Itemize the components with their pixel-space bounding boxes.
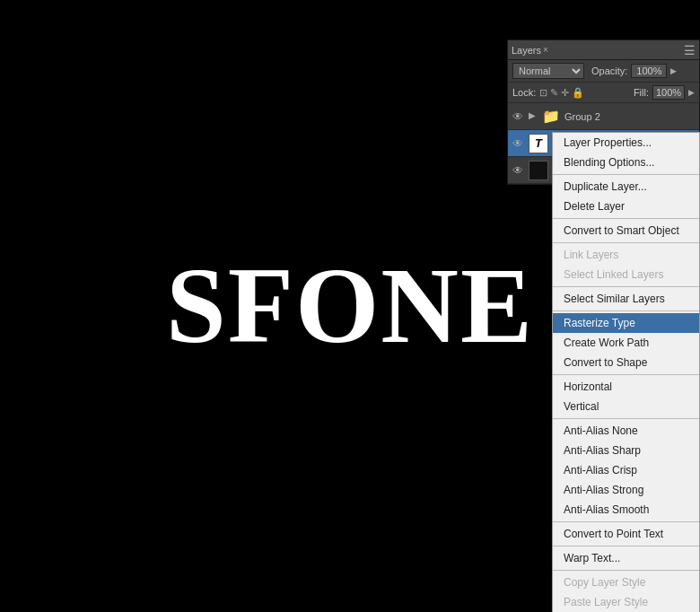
visibility-icon-black[interactable]: 👁 [512,164,525,177]
ctx-warp-text[interactable]: Warp Text... [553,548,699,568]
layer-item-group2[interactable]: 👁 ▶ 📁 Group 2 [508,103,699,130]
opacity-input[interactable] [631,64,667,78]
ctx-anti-alias-sharp[interactable]: Anti-Alias Sharp [553,441,699,460]
panel-tab: Layers × [512,45,548,56]
ctx-separator-1 [553,174,699,175]
ctx-anti-alias-none[interactable]: Anti-Alias None [553,421,699,441]
visibility-icon-group2[interactable]: 👁 [512,110,525,123]
ctx-duplicate-layer[interactable]: Duplicate Layer... [553,177,699,197]
folder-icon: 📁 [542,108,560,125]
ctx-anti-alias-crisp[interactable]: Anti-Alias Crisp [553,460,699,480]
lock-icons: ⊡ ✎ ✛ 🔒 [539,87,584,99]
ctx-rasterize-type[interactable]: Rasterize Type [553,313,699,333]
lock-transparent-icon[interactable]: ⊡ [539,87,547,99]
lock-row: Lock: ⊡ ✎ ✛ 🔒 Fill: ▶ [508,83,699,103]
fill-label: Fill: [634,87,649,98]
ctx-select-similar-layers[interactable]: Select Similar Layers [553,289,699,309]
panel-menu-icon[interactable]: ☰ [684,43,696,57]
ctx-separator-8 [553,521,699,522]
fill-input[interactable] [652,85,685,100]
panel-close-button[interactable]: × [543,45,548,55]
ctx-copy-layer-style: Copy Layer Style [553,573,699,592]
blend-opacity-row: Normal Opacity: ▶ [508,60,699,83]
lock-image-icon[interactable]: ✎ [550,87,558,99]
lock-all-icon[interactable]: 🔒 [572,87,584,99]
fill-arrow-icon[interactable]: ▶ [688,88,695,97]
ctx-vertical[interactable]: Vertical [553,397,699,416]
ctx-convert-to-shape[interactable]: Convert to Shape [553,353,699,372]
opacity-arrow-icon[interactable]: ▶ [670,66,677,75]
visibility-icon-sfone[interactable]: 👁 [512,137,525,150]
ctx-separator-6 [553,374,699,375]
ctx-separator-7 [553,418,699,419]
ctx-layer-properties[interactable]: Layer Properties... [553,133,699,153]
ctx-separator-5 [553,310,699,311]
opacity-label: Opacity: [591,66,627,76]
ctx-separator-10 [553,570,699,571]
ctx-separator-3 [553,242,699,243]
blend-mode-select[interactable]: Normal [512,63,584,79]
ctx-paste-layer-style: Paste Layer Style [553,592,699,612]
lock-label: Lock: [512,87,536,98]
layer-name-group2: Group 2 [564,111,695,122]
panel-tab-label: Layers [512,45,541,56]
ctx-anti-alias-smooth[interactable]: Anti-Alias Smooth [553,500,699,520]
canvas-main-text: SFONE [166,244,534,368]
ctx-delete-layer[interactable]: Delete Layer [553,197,699,216]
ctx-select-linked-layers: Select Linked Layers [553,265,699,284]
ctx-separator-2 [553,218,699,219]
ctx-convert-point-text[interactable]: Convert to Point Text [553,524,699,544]
ctx-separator-9 [553,546,699,546]
context-menu: Layer Properties... Blending Options... … [552,132,700,612]
ctx-convert-smart-object[interactable]: Convert to Smart Object [553,221,699,240]
ctx-link-layers: Link Layers [553,245,699,265]
ctx-horizontal[interactable]: Horizontal [553,377,699,397]
layer-thumb-group2: 📁 [541,107,561,127]
lock-position-icon[interactable]: ✛ [561,87,569,99]
ctx-anti-alias-strong[interactable]: Anti-Alias Strong [553,480,699,500]
layer-thumb-black [529,161,548,180]
expand-icon-group2[interactable]: ▶ [529,110,538,123]
panel-tab-bar: Layers × ☰ [508,40,699,60]
ctx-create-work-path[interactable]: Create Work Path [553,333,699,353]
ctx-separator-4 [553,286,699,287]
ctx-blending-options[interactable]: Blending Options... [553,153,699,172]
layer-thumb-sfone: T [529,134,548,153]
